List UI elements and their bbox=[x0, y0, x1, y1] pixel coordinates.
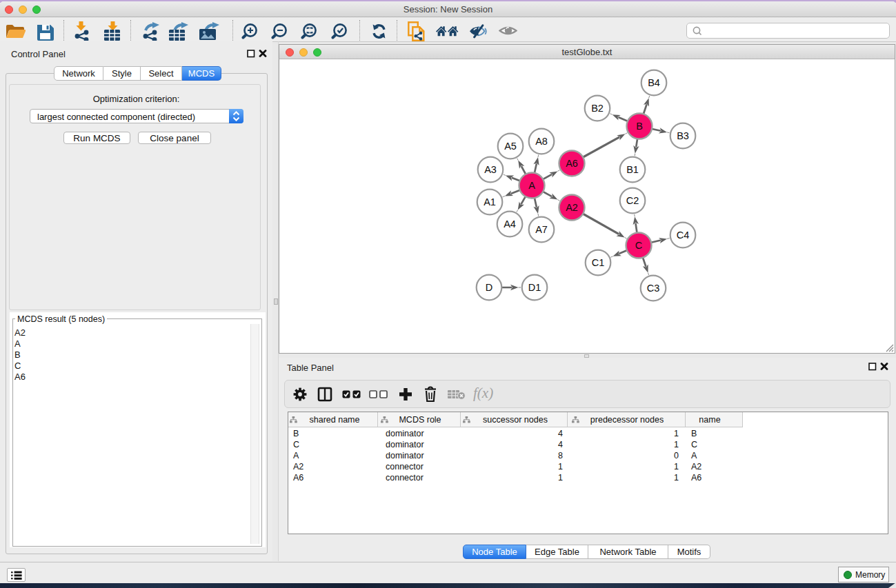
svg-text:A3: A3 bbox=[484, 164, 497, 175]
svg-text:D: D bbox=[486, 282, 492, 293]
svg-text:A2: A2 bbox=[566, 202, 578, 213]
svg-text:B4: B4 bbox=[648, 77, 660, 88]
svg-text:B2: B2 bbox=[591, 103, 604, 114]
svg-text:C2: C2 bbox=[626, 195, 639, 206]
svg-text:A6: A6 bbox=[566, 158, 578, 169]
svg-text:A4: A4 bbox=[504, 219, 516, 230]
svg-text:C1: C1 bbox=[592, 257, 605, 268]
svg-text:B3: B3 bbox=[677, 130, 689, 141]
svg-text:C: C bbox=[635, 240, 642, 251]
svg-text:C4: C4 bbox=[677, 230, 690, 241]
svg-text:A8: A8 bbox=[535, 136, 548, 147]
svg-text:A: A bbox=[528, 180, 535, 191]
svg-text:D1: D1 bbox=[528, 282, 541, 293]
svg-text:A1: A1 bbox=[484, 196, 496, 207]
svg-text:A7: A7 bbox=[535, 224, 548, 235]
svg-text:B1: B1 bbox=[626, 164, 639, 175]
svg-text:A5: A5 bbox=[504, 141, 517, 152]
svg-text:C3: C3 bbox=[647, 283, 660, 294]
svg-text:B: B bbox=[636, 121, 643, 132]
